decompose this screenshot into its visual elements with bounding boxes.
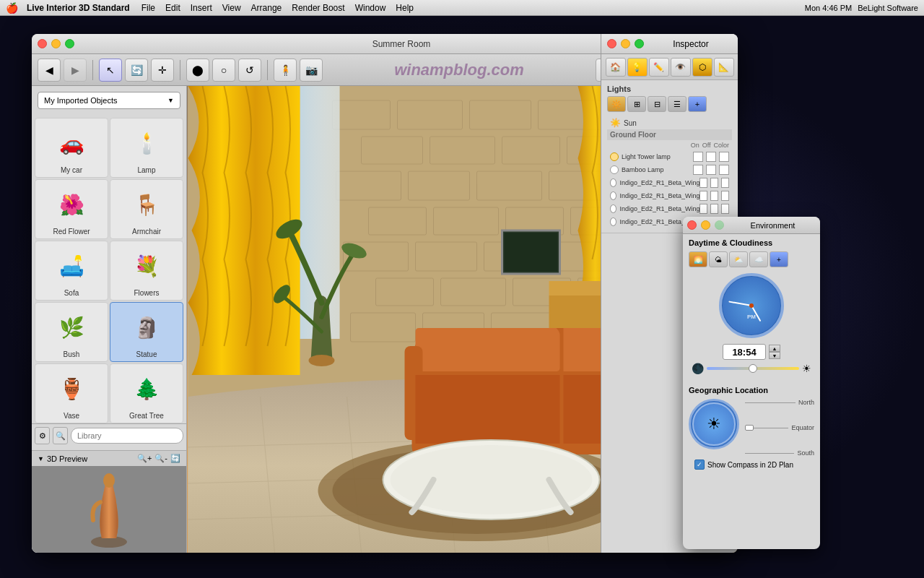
light-color-2[interactable] (719, 165, 729, 175)
object-red-flower[interactable]: 🌺 Red Flower (35, 179, 108, 239)
light-off-4[interactable] (710, 191, 718, 201)
preview-header: ▼ 3D Preview 🔍+ 🔍- 🔄 (32, 451, 186, 466)
wall-tool[interactable]: ⬤ (186, 59, 209, 82)
maximize-button[interactable] (65, 39, 74, 48)
toolbar-sep-3 (267, 60, 268, 80)
lights-btn-3[interactable]: ⊟ (648, 96, 666, 112)
light-off-5[interactable] (710, 204, 718, 214)
object-lamp[interactable]: 🕯️ Lamp (110, 118, 183, 178)
light-bamboo-lamp: Bamboo Lamp (607, 163, 732, 176)
env-close[interactable] (687, 220, 697, 230)
object-armchair[interactable]: 🪑 Armchair (110, 179, 183, 239)
menu-insert[interactable]: Insert (191, 3, 212, 13)
light-off-1[interactable] (706, 152, 716, 162)
inspector-maximize[interactable] (635, 39, 644, 48)
light-on-3[interactable] (699, 178, 707, 188)
dt-btn-4[interactable]: ☁️ (749, 251, 768, 267)
brightness-thumb[interactable] (749, 364, 757, 373)
object-flowers-label: Flowers (134, 289, 159, 297)
select-tool[interactable]: ↖ (99, 59, 122, 82)
dt-btn-3[interactable]: ⛅ (729, 251, 748, 267)
lights-btn-5[interactable]: + (688, 96, 707, 112)
object-red-flower-thumb: 🌺 (50, 183, 93, 226)
light-color-4[interactable] (721, 191, 729, 201)
zoom-in-icon[interactable]: 🔍+ (137, 454, 152, 463)
inspector-btn-material[interactable]: ✏️ (649, 58, 669, 77)
env-maximize[interactable] (715, 220, 724, 230)
close-button[interactable] (38, 39, 47, 48)
object-bush-label: Bush (64, 350, 80, 358)
back-btn[interactable]: ◀ (38, 59, 61, 82)
refresh-icon[interactable]: 🔄 (170, 454, 180, 463)
inspector-btn-object[interactable]: 📐 (714, 58, 734, 77)
light-name-5: Indigo_Ed2_R1_Beta_Wing (619, 205, 699, 212)
light-on-5[interactable] (699, 204, 707, 214)
light-color-1[interactable] (719, 152, 729, 162)
zoom-out-icon[interactable]: 🔍- (154, 454, 167, 463)
show-compass-label: Show Compass in 2D Plan (707, 461, 793, 469)
lights-btn-2[interactable]: ⊞ (627, 96, 646, 112)
toolbar-sep-1 (92, 60, 93, 80)
light-on-4[interactable] (699, 191, 707, 201)
object-flowers[interactable]: 💐 Flowers (110, 241, 183, 301)
clock-pm-label: PM (747, 314, 756, 320)
inspector-btn-camera[interactable]: 👁️ (671, 58, 691, 77)
figure-tool[interactable]: 🧍 (274, 59, 297, 82)
ground-floor-header: Ground Floor (607, 129, 732, 140)
time-input[interactable] (723, 344, 766, 360)
light-off-2[interactable] (706, 165, 716, 175)
menu-view[interactable]: View (222, 3, 241, 13)
object-vase[interactable]: 🏺 Vase (35, 363, 108, 423)
apple-menu[interactable]: 🍎 (6, 2, 18, 14)
inspector-minimize[interactable] (621, 39, 630, 48)
object-sofa[interactable]: 🛋️ Sofa (35, 241, 108, 301)
menu-window[interactable]: Window (355, 3, 386, 13)
move-tool[interactable]: ✛ (151, 59, 174, 82)
light-color-3[interactable] (721, 178, 729, 188)
show-compass-checkbox[interactable]: ✓ (694, 460, 705, 470)
menu-file[interactable]: File (141, 3, 155, 13)
lights-btn-4[interactable]: ☰ (668, 96, 687, 112)
watermark: winampblog.com (326, 61, 593, 79)
time-decrement-btn[interactable]: ▼ (769, 352, 780, 359)
light-name-3: Indigo_Ed2_R1_Beta_Wing (619, 179, 699, 186)
preview-section: ▼ 3D Preview 🔍+ 🔍- 🔄 (32, 450, 186, 553)
lights-btn-1[interactable]: 🔆 (607, 96, 626, 112)
inspector-close[interactable] (607, 39, 616, 48)
light-on-2[interactable] (693, 165, 703, 175)
camera-tool[interactable]: 📷 (300, 59, 323, 82)
dt-btn-2[interactable]: 🌤 (709, 251, 728, 267)
forward-btn[interactable]: ▶ (64, 59, 87, 82)
dt-btn-1[interactable]: 🌅 (689, 251, 707, 267)
rotate-tool[interactable]: 🔄 (125, 59, 148, 82)
env-title: Environment (730, 221, 816, 230)
menu-render-boost[interactable]: Render Boost (292, 3, 344, 13)
object-great-tree[interactable]: 🌲 Great Tree (110, 363, 183, 423)
inspector-btn-light[interactable]: 💡 (627, 58, 648, 77)
object-red-flower-label: Red Flower (53, 228, 90, 236)
object-my-car[interactable]: 🚗 My car (35, 118, 108, 178)
library-search-input[interactable] (71, 428, 183, 444)
object-bush[interactable]: 🌿 Bush (35, 302, 108, 362)
inspector-btn-room[interactable]: 🏠 (606, 58, 626, 77)
env-minimize[interactable] (701, 220, 710, 230)
stair-tool[interactable]: ↺ (238, 59, 261, 82)
dt-btn-5[interactable]: + (770, 251, 788, 267)
preview-toggle-icon[interactable]: ▼ (38, 455, 44, 462)
on-label: On (691, 142, 699, 149)
time-increment-btn[interactable]: ▲ (769, 345, 780, 352)
menu-edit[interactable]: Edit (165, 3, 180, 13)
light-off-3[interactable] (710, 178, 718, 188)
menu-help[interactable]: Help (396, 3, 414, 13)
inspector-btn-gold[interactable]: ⬡ (692, 58, 712, 77)
minimize-button[interactable] (51, 39, 61, 48)
objects-dropdown[interactable]: My Imported Objects ▼ (38, 92, 180, 109)
object-statue[interactable]: 🗿 Statue (110, 302, 183, 362)
door-tool[interactable]: ○ (212, 59, 235, 82)
menu-arrange[interactable]: Arrange (251, 3, 282, 13)
light-on-1[interactable] (693, 152, 703, 162)
settings-btn[interactable]: ⚙ (35, 427, 50, 444)
brightness-slider[interactable] (707, 367, 799, 370)
latitude-slider-thumb[interactable] (745, 425, 754, 431)
light-color-5[interactable] (721, 204, 729, 214)
